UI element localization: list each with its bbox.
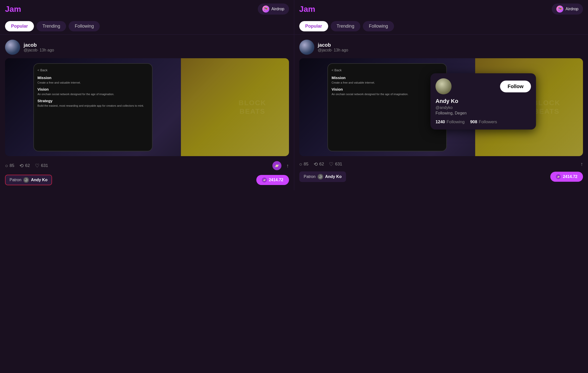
left-share-icon[interactable]: ↑ [286,163,289,169]
right-like-icon: ♡ [329,162,333,167]
right-patron-name: Andy Ko [325,174,342,179]
right-repost-action[interactable]: ⟲ 62 [314,162,324,167]
right-post-image[interactable]: Back Mission Create a free and valuable … [299,58,583,156]
left-post: jacob @jacob· 13h ago Back Mission [0,35,294,190]
right-tab-popular[interactable]: Popular [299,21,328,31]
svg-point-5 [319,175,320,177]
popup-tags: Following, Degen [435,111,531,115]
popup-top-row: Follow [435,78,531,94]
left-phone-vision-text: An onchain social network designed for t… [37,92,149,96]
right-post-actions: ○ 85 ⟲ 62 ♡ 631 ↑ [299,160,583,168]
right-tip-amount: 2414.72 [563,174,577,179]
left-comment-count: 85 [10,163,14,168]
left-patron-row: Patron Andy Ko 🪐 2414.72 [5,175,289,185]
popup-name: Andy Ko [435,98,531,104]
svg-point-2 [25,179,26,180]
right-patron-avatar [318,174,323,179]
right-airdrop-button[interactable]: 🪂 Airdrop [552,4,583,15]
popup-stats: 1240 Following 908 Followers [435,119,531,125]
right-tab-following[interactable]: Following [363,21,394,31]
left-post-avatar[interactable] [5,40,20,55]
right-post-handle-time: @jacob· 13h ago [318,48,348,52]
left-post-username: jacob [24,42,54,48]
right-phone-vision-text: An onchain social network designed for t… [331,92,443,96]
right-phone-mission-text: Create a free and valuable internet. [331,81,443,85]
right-post-time: 13h ago [334,48,348,52]
left-post-handle: @jacob [24,48,37,52]
right-comment-action[interactable]: ○ 85 [299,162,309,167]
right-tabs: Popular Trending Following [294,18,588,35]
left-boost-icon: 🪐 [274,163,279,168]
left-phone-mockup: Back Mission Create a free and valuable … [33,63,153,151]
right-logo: Jam [299,5,315,14]
right-tab-trending[interactable]: Trending [331,21,360,31]
left-airdrop-label: Airdrop [271,7,284,11]
right-share-icon[interactable]: ↑ [580,161,583,167]
right-phone-mockup: Back Mission Create a free and valuable … [327,63,447,151]
right-phone-back: Back [331,68,443,72]
right-patron-badge[interactable]: Patron Andy Ko [299,171,346,182]
right-airdrop-label: Airdrop [565,7,578,11]
user-popup-card: Follow Andy Ko @andyko Following, Degen … [430,73,536,130]
left-post-handle-time: @jacob· 13h ago [24,48,54,52]
left-post-actions: ○ 85 ⟲ 62 ♡ 631 🪐 ↑ [5,160,289,172]
left-patron-name: Andy Ko [31,178,47,182]
left-like-action[interactable]: ♡ 631 [35,163,48,168]
left-patron-badge[interactable]: Patron Andy Ko [5,175,52,185]
right-panel: Jam 🪂 Airdrop Popular Trending Following… [294,0,588,190]
left-phone-back: Back [37,68,149,72]
left-post-image[interactable]: Back Mission Create a free and valuable … [5,58,289,156]
left-like-icon: ♡ [35,163,39,168]
right-tip-button[interactable]: 🪐 2414.72 [550,172,583,182]
right-post-header: jacob @jacob· 13h ago [299,40,583,55]
left-phone-strategy-text: Build the easiest, most rewarding and en… [37,104,149,108]
popup-following-label: Following [447,119,465,125]
left-watermark: BLOCKBEATS [239,99,266,115]
left-airdrop-button[interactable]: 🪂 Airdrop [258,4,289,15]
left-tab-trending[interactable]: Trending [36,21,66,31]
left-patron-avatar [23,177,29,183]
left-phone-mission-text: Create a free and valuable internet. [37,81,149,85]
left-phone-strategy-title: Strategy [37,99,149,103]
right-post-meta: jacob @jacob· 13h ago [318,42,348,52]
left-yellow-bg [181,58,289,156]
right-post-avatar[interactable] [299,40,314,55]
follow-button[interactable]: Follow [500,81,531,92]
right-post-username: jacob [318,42,348,48]
left-comment-icon: ○ [5,163,8,168]
right-like-count: 631 [335,162,342,167]
left-logo: Jam [5,5,21,14]
popup-avatar-inner [435,78,452,94]
right-comment-icon: ○ [299,162,302,167]
left-tip-icon: 🪐 [262,177,267,182]
right-repost-count: 62 [319,162,324,167]
popup-followers-label: Followers [479,119,497,125]
left-phone-mission-title: Mission [37,76,149,80]
left-airdrop-icon: 🪂 [262,6,269,13]
right-patron-row: Patron Andy Ko 🪐 2414.72 [299,171,583,182]
popup-following-count: 1240 [435,119,445,125]
left-boost-button[interactable]: 🪐 [272,161,281,170]
left-tip-button[interactable]: 🪐 2414.72 [256,175,289,185]
left-repost-action[interactable]: ⟲ 62 [19,163,30,168]
left-panel: Jam 🪂 Airdrop Popular Trending Following… [0,0,294,190]
left-tab-popular[interactable]: Popular [5,21,34,31]
left-post-meta: jacob @jacob· 13h ago [24,42,54,52]
left-tab-following[interactable]: Following [69,21,100,31]
right-post: jacob @jacob· 13h ago Back Mission [294,35,588,187]
right-airdrop-icon: 🪂 [556,6,563,13]
left-post-header: jacob @jacob· 13h ago [5,40,289,55]
popup-avatar[interactable] [435,78,452,94]
popup-followers-count: 908 [470,119,477,125]
left-patron-label: Patron [10,178,21,182]
left-tabs: Popular Trending Following [0,18,294,35]
right-tip-icon: 🪐 [556,174,561,179]
right-repost-icon: ⟲ [314,162,318,167]
popup-handle: @andyko [435,105,531,110]
left-post-time: 13h ago [39,48,54,52]
right-watermark: BLOCKBEATS [533,99,560,115]
right-like-action[interactable]: ♡ 631 [329,162,342,167]
left-comment-action[interactable]: ○ 85 [5,163,14,168]
right-comment-count: 85 [304,162,309,167]
left-like-count: 631 [41,163,48,168]
